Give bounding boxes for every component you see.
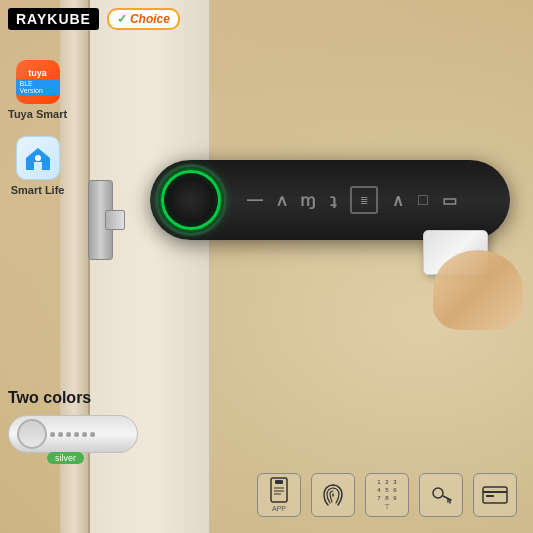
feature-key [419,473,463,517]
rect-icon: □ [418,191,428,209]
key-1: 1 [376,479,382,485]
fingerprint-icon [320,482,346,508]
hand [433,250,523,330]
n-icon: ʌ [277,191,286,210]
branding-area: RAYKUBE ✓ Choice [8,8,180,30]
ble-badge: BLE Version [16,79,60,95]
key-7: 7 [376,495,382,501]
key-8: 8 [384,495,390,501]
silver-dot-4 [74,432,79,437]
silver-dots [50,432,95,437]
home-icon [24,144,52,172]
smartlife-block: Smart Life [8,136,67,196]
silver-dot-3 [66,432,71,437]
app-icon [269,477,289,503]
card-icon [482,485,508,505]
svg-rect-2 [275,480,283,484]
key-4: 4 [376,487,382,493]
tuya-block: tuya BLE Version Tuya Smart [8,60,67,120]
svg-point-6 [433,488,443,498]
tuya-icon-text: tuya [28,69,47,78]
key-2: 2 [384,479,390,485]
choice-text: Choice [130,12,170,26]
feature-fingerprint [311,473,355,517]
silver-dot-1 [50,432,55,437]
silver-dot-5 [82,432,87,437]
key-icon [429,483,453,507]
app-label: APP [272,505,286,513]
feature-keypad: 1 2 3 4 5 6 7 8 9 ⊤ [365,473,409,517]
feature-card [473,473,517,517]
tuya-icon: tuya BLE Version [16,60,60,104]
silver-dot-2 [58,432,63,437]
key-9: 9 [392,495,398,501]
silver-dot-6 [90,432,95,437]
tuya-label: Tuya Smart [8,108,67,120]
caret-icon: ∧ [392,191,404,210]
keypad-label: ⊤ [384,503,390,511]
j-icon: ʇ [330,191,336,210]
svg-point-0 [35,155,41,161]
two-colors-title: Two colors [8,389,138,407]
choice-badge: ✓ Choice [107,8,180,30]
silver-lock: silver [8,415,138,453]
m-icon: ɱ [300,191,316,210]
hand-card-area [403,210,523,330]
feature-icons: APP 1 2 3 4 5 6 7 8 9 [257,473,517,517]
choice-check-icon: ✓ [117,12,127,26]
fingerprint-ring [161,170,221,230]
silver-badge: silver [47,452,84,464]
feature-app: APP [257,473,301,517]
main-container: — ʌ ɱ ʇ ≣ ∧ □ ▭ RAYKUBE ✓ Choice tuya BL… [0,0,533,533]
lock-bolt [105,210,125,230]
smartlife-label: Smart Life [11,184,65,196]
key-6: 6 [392,487,398,493]
smartlife-icon [16,136,60,180]
raykube-logo: RAYKUBE [8,8,99,30]
key-3: 3 [392,479,398,485]
rect2-icon: ▭ [442,191,457,210]
svg-rect-12 [486,495,494,497]
door-surface [90,0,210,533]
rfid-icon: ≣ [350,186,378,214]
keypad-grid: 1 2 3 4 5 6 7 8 9 [376,479,398,501]
left-panel: tuya BLE Version Tuya Smart Smart Life [8,60,67,196]
dash-icon: — [247,191,263,209]
two-colors-section: Two colors silver [8,389,138,453]
silver-fingerprint-circle [17,419,47,449]
key-5: 5 [384,487,390,493]
fingerprint-circle[interactable] [155,164,227,236]
